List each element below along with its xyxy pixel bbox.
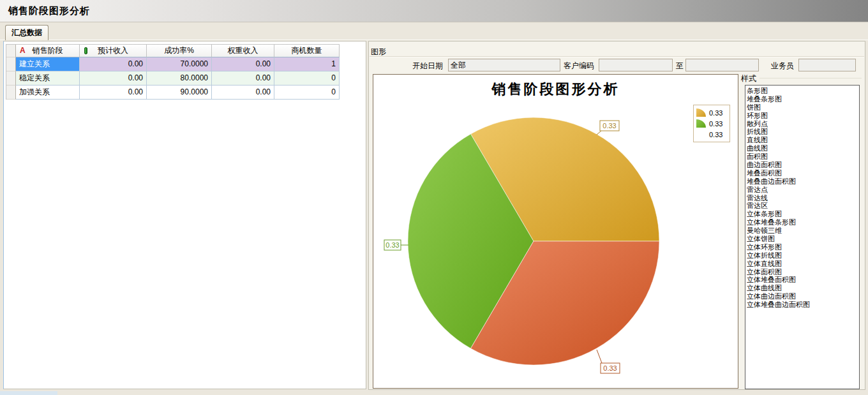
col-header-expected[interactable]: 预计收入 xyxy=(80,45,147,57)
style-option[interactable]: 堆叠面积图 xyxy=(747,169,858,177)
cell-rate[interactable]: 90.0000 xyxy=(147,86,212,100)
chart-title: 销售阶段图形分析 xyxy=(373,80,738,99)
legend-wedge-icon xyxy=(696,108,706,117)
cell-count[interactable]: 1 xyxy=(274,57,340,71)
style-option[interactable]: 立体堆叠面积图 xyxy=(747,276,858,284)
style-option[interactable]: 条形图 xyxy=(747,87,858,95)
salesman-label: 业务员 xyxy=(771,61,794,71)
graph-panel: 图形 开始日期 客户编码 至 业务员 xyxy=(368,41,865,390)
pie-chart: 0.33 0.33 0.33 销售阶段图形分析 0.33 0.33 xyxy=(373,74,738,389)
style-option[interactable]: 曲线图 xyxy=(747,144,858,153)
summary-table: A 销售阶段 预计收入 成功率% 权重收入 商机数量 建立关系 0.00 70.… xyxy=(6,44,340,100)
col-header-stage[interactable]: A 销售阶段 xyxy=(16,45,80,57)
style-option[interactable]: 雷达点 xyxy=(747,186,858,194)
col-header-weighted[interactable]: 权重收入 xyxy=(212,45,274,57)
style-option[interactable]: 面积图 xyxy=(747,153,858,161)
legend-wedge-icon xyxy=(696,119,706,128)
style-option[interactable]: 立体曲线图 xyxy=(747,284,858,292)
legend-label: 0.33 xyxy=(709,109,722,117)
style-option[interactable]: 立体饼图 xyxy=(747,235,858,243)
col-header-count[interactable]: 商机数量 xyxy=(274,45,340,57)
style-option[interactable]: 立体堆叠条形图 xyxy=(747,218,858,227)
row-indicator xyxy=(6,86,16,100)
cell-weighted[interactable]: 0.00 xyxy=(212,71,274,86)
status-sliver xyxy=(0,391,57,395)
start-date-input[interactable] xyxy=(448,59,560,71)
cell-stage[interactable]: 稳定关系 xyxy=(16,71,80,86)
style-option[interactable]: 立体面积图 xyxy=(747,268,858,276)
style-option[interactable]: 曲边面积图 xyxy=(747,161,858,169)
summary-panel: A 销售阶段 预计收入 成功率% 权重收入 商机数量 建立关系 0.00 70.… xyxy=(3,41,366,389)
style-option[interactable]: 立体直线图 xyxy=(747,260,858,268)
tab-summary-data[interactable]: 汇总数据 xyxy=(5,25,49,40)
label-connector xyxy=(597,131,601,135)
style-option[interactable]: 立体堆叠曲边面积图 xyxy=(747,301,858,309)
style-option[interactable]: 雷达线 xyxy=(747,194,858,202)
table-header-row: A 销售阶段 预计收入 成功率% 权重收入 商机数量 xyxy=(6,45,340,57)
style-option[interactable]: 饼图 xyxy=(747,103,858,112)
slice-label: 0.33 xyxy=(385,241,399,249)
page-title: 销售阶段图形分析 xyxy=(8,5,90,17)
to-label: 至 xyxy=(676,61,684,71)
table-row[interactable]: 建立关系 0.00 70.0000 0.00 1 xyxy=(6,57,340,71)
style-option[interactable]: 折线图 xyxy=(747,128,858,136)
legend-item: 0.33 xyxy=(696,107,727,118)
start-date-label: 开始日期 xyxy=(412,61,443,71)
cell-rate[interactable]: 70.0000 xyxy=(147,57,212,71)
legend-item: 0.33 xyxy=(696,118,727,129)
style-option[interactable]: 立体环形图 xyxy=(747,243,858,251)
customer-code-label: 客户编码 xyxy=(564,61,594,71)
cell-expected[interactable]: 0.00 xyxy=(80,57,147,71)
app-window: 销售阶段图形分析 汇总数据 A 销售阶段 预计收入 成功率% 权重收入 商机数量 xyxy=(0,0,868,395)
style-group-label: 样式 xyxy=(741,73,756,84)
style-option[interactable]: 直线图 xyxy=(747,136,858,144)
col-header-expected-label: 预计收入 xyxy=(98,46,128,55)
slice-label: 0.33 xyxy=(603,364,617,372)
style-divider xyxy=(760,78,862,78)
cell-count[interactable]: 0 xyxy=(274,71,340,86)
style-option[interactable]: 堆叠曲边面积图 xyxy=(747,177,858,186)
sort-a-icon: A xyxy=(20,45,26,57)
col-header-stage-label: 销售阶段 xyxy=(33,46,63,55)
chart-style-list[interactable]: 条形图堆叠条形图饼图环形图散列点折线图直线图曲线图面积图曲边面积图堆叠面积图堆叠… xyxy=(745,85,860,389)
legend-label: 0.33 xyxy=(709,131,722,138)
cell-stage[interactable]: 加强关系 xyxy=(16,86,80,100)
cell-expected[interactable]: 0.00 xyxy=(80,86,147,100)
cell-weighted[interactable]: 0.00 xyxy=(212,57,274,71)
style-option[interactable]: 雷达区 xyxy=(747,202,858,210)
label-connector xyxy=(597,350,602,363)
customer-code-to-input[interactable] xyxy=(685,59,759,71)
table-row[interactable]: 加强关系 0.00 90.0000 0.00 0 xyxy=(6,86,340,100)
table-row[interactable]: 稳定关系 0.00 80.0000 0.00 0 xyxy=(6,71,340,86)
cell-count[interactable]: 0 xyxy=(274,86,340,100)
customer-code-input[interactable] xyxy=(599,59,673,71)
style-option[interactable]: 散列点 xyxy=(747,120,858,128)
cell-stage[interactable]: 建立关系 xyxy=(16,57,80,71)
pie-chart-canvas: 0.33 0.33 0.33 xyxy=(373,75,738,388)
style-option[interactable]: 立体曲边面积图 xyxy=(747,292,858,301)
chart-legend: 0.33 0.33 0.33 xyxy=(693,105,730,142)
legend-item: 0.33 xyxy=(696,129,727,140)
style-option[interactable]: 环形图 xyxy=(747,112,858,120)
legend-label: 0.33 xyxy=(709,120,722,128)
style-option[interactable]: 立体条形图 xyxy=(747,210,858,218)
legend-wedge-icon xyxy=(696,130,706,138)
salesman-input[interactable] xyxy=(798,59,856,71)
style-option[interactable]: 曼哈顿三维 xyxy=(747,227,858,235)
cell-rate[interactable]: 80.0000 xyxy=(147,71,212,86)
title-bar: 销售阶段图形分析 xyxy=(0,0,868,22)
cell-expected[interactable]: 0.00 xyxy=(80,71,147,86)
style-option[interactable]: 立体折线图 xyxy=(747,251,858,260)
slice-label: 0.33 xyxy=(602,122,616,130)
filter-divider xyxy=(370,56,864,57)
row-indicator xyxy=(6,71,16,86)
row-indicator-header xyxy=(6,45,16,57)
cell-weighted[interactable]: 0.00 xyxy=(212,86,274,100)
col-header-rate[interactable]: 成功率% xyxy=(147,45,212,57)
row-indicator xyxy=(6,57,16,71)
column-marker-icon xyxy=(84,47,87,54)
style-option[interactable]: 堆叠条形图 xyxy=(747,95,858,103)
